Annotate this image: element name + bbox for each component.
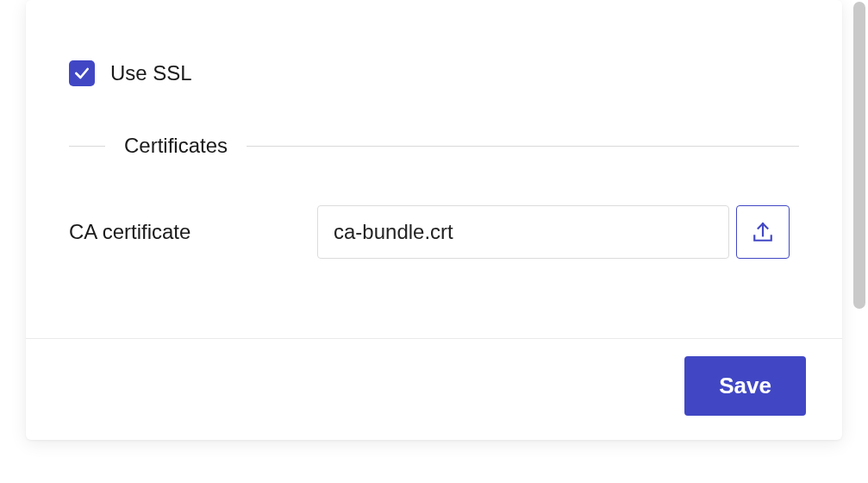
use-ssl-checkbox[interactable]: [69, 60, 95, 86]
save-button[interactable]: Save: [684, 356, 806, 416]
ca-certificate-input[interactable]: [317, 205, 729, 259]
card-body: Use SSL Certificates CA certificate: [26, 0, 842, 338]
check-icon: [73, 65, 91, 82]
divider-line: [69, 146, 105, 147]
upload-icon: [752, 221, 774, 243]
use-ssl-label: Use SSL: [110, 61, 192, 85]
ca-certificate-row: CA certificate: [69, 205, 799, 259]
certificates-section-header: Certificates: [69, 134, 799, 158]
ca-certificate-label: CA certificate: [69, 220, 310, 244]
divider-line: [247, 146, 799, 147]
certificates-section-title: Certificates: [105, 134, 247, 158]
scrollbar-thumb[interactable]: [853, 2, 865, 309]
settings-card: Use SSL Certificates CA certificate: [26, 0, 842, 440]
card-footer: Save: [26, 338, 842, 440]
use-ssl-row: Use SSL: [69, 60, 799, 86]
upload-ca-certificate-button[interactable]: [736, 205, 790, 259]
